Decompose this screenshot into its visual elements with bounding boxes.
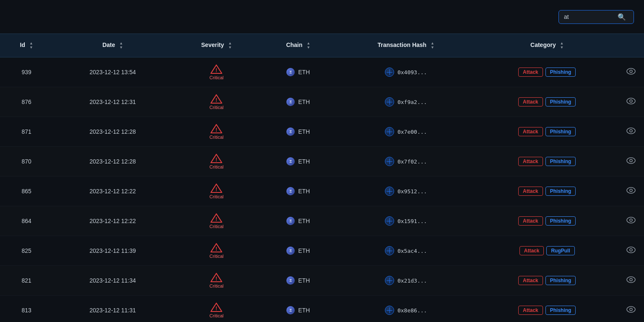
attack-badge[interactable]: Attack (518, 127, 543, 136)
svg-point-6 (627, 98, 635, 104)
critical-label: Critical (210, 224, 224, 229)
cell-id: 876 (0, 87, 53, 117)
hash-globe-icon (385, 127, 394, 136)
table-row: 9392023-12-12 13:54 ! Critical Ξ ETH 0x4… (0, 57, 644, 87)
attack-badge[interactable]: Attack (518, 306, 543, 315)
sort-icons-chain[interactable]: ▲ ▼ (306, 42, 310, 49)
hash-globe-icon (385, 216, 394, 226)
cell-date: 2023-12-12 12:31 (53, 87, 172, 117)
attack-badge[interactable]: Attack (518, 68, 543, 77)
chain-label: ETH (298, 69, 310, 75)
hash-value: 0x9512... (397, 188, 427, 195)
sort-down-icon: ▼ (29, 46, 33, 49)
critical-triangle-icon: ! (210, 273, 222, 283)
view-icon[interactable] (625, 66, 637, 78)
chain-label: ETH (298, 158, 310, 165)
data-table: Id ▲ ▼ Date ▲ ▼ Severity ▲ (0, 34, 644, 322)
critical-label: Critical (210, 194, 224, 199)
svg-text:!: ! (216, 276, 217, 282)
cell-actions (618, 266, 644, 296)
view-icon[interactable] (625, 275, 637, 286)
col-header-date[interactable]: Date ▲ ▼ (53, 34, 172, 57)
eth-icon: Ξ (286, 306, 295, 314)
col-header-severity[interactable]: Severity ▲ ▼ (172, 34, 260, 57)
category-badge[interactable]: Phishing (545, 97, 576, 106)
category-badge[interactable]: Phishing (545, 68, 576, 77)
view-icon[interactable] (625, 215, 637, 227)
search-icon: 🔍 (618, 13, 626, 21)
sort-icons-category[interactable]: ▲ ▼ (560, 42, 564, 49)
category-badge[interactable]: Phishing (545, 216, 576, 226)
col-header-actions (618, 34, 644, 57)
hash-value: 0x7f02... (397, 158, 427, 165)
hash-globe-icon (385, 157, 394, 166)
col-category-label: Category (530, 42, 556, 48)
view-icon[interactable] (625, 185, 637, 197)
cell-actions (618, 57, 644, 87)
svg-point-31 (630, 278, 632, 281)
hash-value: 0xf9a2... (397, 99, 427, 105)
cell-category: Attack Phishing (476, 117, 618, 147)
attack-badge[interactable]: Attack (518, 216, 543, 226)
category-badge[interactable]: Phishing (545, 306, 576, 315)
attack-badge[interactable]: Attack (519, 246, 544, 255)
view-icon[interactable] (625, 96, 637, 108)
sort-down-chain-icon: ▼ (306, 46, 310, 49)
cell-id: 865 (0, 177, 53, 206)
cell-id: 821 (0, 266, 53, 296)
attack-badge[interactable]: Attack (518, 157, 543, 166)
sort-up-hash-icon: ▲ (431, 42, 434, 45)
view-icon[interactable] (625, 304, 637, 316)
sort-up-category-icon: ▲ (560, 42, 564, 45)
svg-point-27 (630, 249, 632, 251)
sort-icons-date[interactable]: ▲ ▼ (119, 42, 123, 49)
eth-icon: Ξ (286, 247, 295, 255)
category-badge[interactable]: Phishing (545, 187, 576, 196)
sort-icons-hash[interactable]: ▲ ▼ (431, 42, 434, 49)
attack-badge[interactable]: Attack (518, 276, 543, 285)
col-severity-label: Severity (201, 42, 224, 48)
category-badge[interactable]: RugPull (546, 246, 574, 255)
svg-text:!: ! (216, 157, 217, 163)
sort-icons-severity[interactable]: ▲ ▼ (228, 42, 232, 49)
attack-badge[interactable]: Attack (518, 187, 543, 196)
col-chain-label: Chain (286, 42, 302, 48)
table-header-row: Id ▲ ▼ Date ▲ ▼ Severity ▲ (0, 34, 644, 57)
table-container: Id ▲ ▼ Date ▲ ▼ Severity ▲ (0, 34, 644, 322)
category-badge[interactable]: Phishing (545, 127, 576, 136)
critical-label: Critical (210, 313, 224, 318)
col-date-label: Date (102, 42, 115, 48)
critical-label: Critical (210, 75, 224, 80)
svg-text:!: ! (216, 127, 217, 133)
chain-label: ETH (298, 247, 310, 254)
cell-id: 939 (0, 57, 53, 87)
cell-severity: ! Critical (172, 266, 260, 296)
category-badge[interactable]: Phishing (545, 157, 576, 166)
hash-globe-icon (385, 306, 394, 315)
col-header-category[interactable]: Category ▲ ▼ (476, 34, 618, 57)
search-input[interactable] (564, 13, 614, 20)
cell-severity: ! Critical (172, 236, 260, 266)
view-icon[interactable] (625, 126, 637, 138)
col-header-hash[interactable]: Transaction Hash ▲ ▼ (336, 34, 476, 57)
cell-chain: Ξ ETH (261, 236, 336, 266)
sort-down-hash-icon: ▼ (431, 46, 434, 49)
critical-triangle-icon: ! (210, 183, 222, 193)
view-icon[interactable] (625, 245, 637, 257)
col-header-chain[interactable]: Chain ▲ ▼ (261, 34, 336, 57)
cell-id: 813 (0, 296, 53, 322)
col-header-id[interactable]: Id ▲ ▼ (0, 34, 53, 57)
eth-icon: Ξ (286, 157, 295, 166)
category-badge[interactable]: Phishing (545, 276, 576, 285)
cell-hash: 0x7e00... (336, 117, 476, 147)
hash-value: 0x7e00... (397, 129, 427, 135)
view-icon[interactable] (625, 156, 637, 167)
cell-id: 871 (0, 117, 53, 147)
hash-globe-icon (385, 68, 394, 77)
svg-point-35 (630, 308, 632, 311)
eth-icon: Ξ (286, 68, 295, 76)
sort-icons-id[interactable]: ▲ ▼ (29, 42, 33, 49)
cell-id: 825 (0, 236, 53, 266)
sort-down-category-icon: ▼ (560, 46, 564, 49)
attack-badge[interactable]: Attack (518, 97, 543, 106)
